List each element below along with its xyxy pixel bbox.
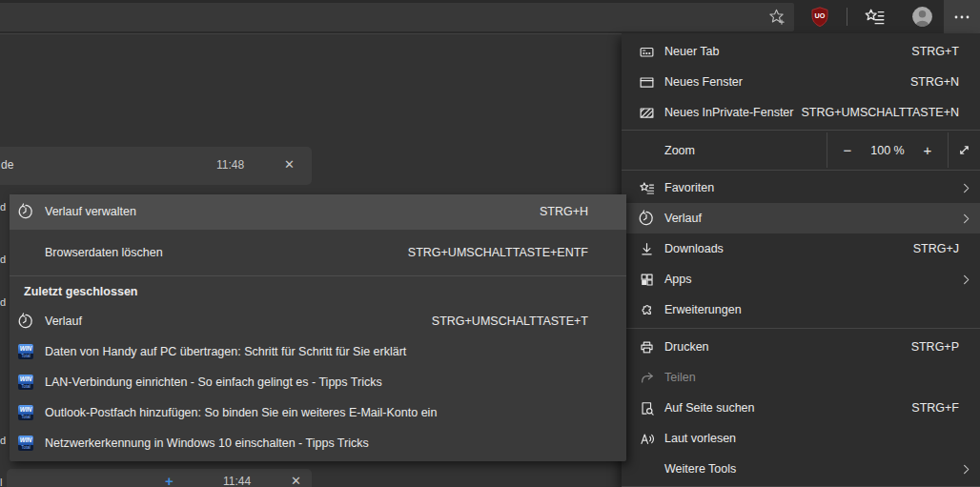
truncated-title-fragment: de	[1, 158, 13, 172]
clipped-text-fragment: d	[0, 435, 8, 446]
ellipsis-icon	[953, 14, 970, 20]
clear-data-icon-spacer	[16, 244, 35, 261]
menu-item-share: Teilen	[622, 362, 980, 393]
address-bar[interactable]	[0, 3, 794, 31]
clipped-text-fragment: l	[0, 477, 8, 487]
clipped-text-fragment: d	[0, 254, 8, 265]
close-icon[interactable]: ✕	[284, 157, 295, 172]
menu-divider	[622, 170, 980, 171]
menu-item-shortcut: STRG+J	[913, 242, 970, 255]
closed-item-title: Outlook-Postfach hinzufügen: So binden S…	[45, 406, 588, 419]
new-window-icon	[637, 73, 656, 91]
menu-item-downloads[interactable]: Downloads STRG+J	[622, 233, 980, 264]
wintotal-favicon: WINTotal	[16, 404, 35, 421]
menu-item-label: Neues InPrivate-Fenster	[664, 106, 801, 119]
clipped-text-fragment: d	[0, 296, 8, 308]
submenu-item-label: Browserdaten löschen	[45, 246, 408, 259]
menu-item-label: Neuer Tab	[664, 45, 911, 58]
recently-closed-item[interactable]: WINTotal Netzwerkerkennung in Windows 10…	[10, 428, 626, 458]
star-list-icon	[864, 6, 886, 28]
menu-item-print[interactable]: Drucken STRG+P	[622, 332, 980, 362]
toolbar-divider	[847, 8, 847, 26]
menu-item-new-inprivate-window[interactable]: Neues InPrivate-Fenster STRG+UMSCHALTTAS…	[622, 97, 980, 128]
menu-item-favorites[interactable]: Favoriten	[622, 172, 980, 203]
menu-item-label: Laut vorlesen	[664, 432, 970, 445]
add-favorite-button[interactable]	[763, 0, 789, 33]
menu-item-label: Auf Seite suchen	[664, 401, 911, 415]
entry-favicon: +	[165, 473, 174, 487]
submenu-item-shortcut: STRG+H	[540, 205, 588, 218]
star-list-icon	[637, 179, 656, 196]
menu-item-extensions[interactable]: Erweiterungen	[622, 294, 980, 325]
menu-item-history[interactable]: Verlauf	[622, 203, 980, 233]
closed-item-title: Daten von Handy auf PC übertragen: Schri…	[45, 345, 588, 358]
menu-item-more-tools[interactable]: Weitere Tools	[622, 454, 980, 484]
settings-and-more-button[interactable]	[944, 0, 980, 33]
zoom-out-button[interactable]: −	[827, 132, 868, 168]
new-tab-icon	[637, 43, 656, 60]
chevron-right-icon	[958, 181, 973, 195]
history-submenu: Verlauf verwalten STRG+H Browserdaten lö…	[10, 194, 626, 461]
zoom-icon-spacer	[637, 142, 656, 159]
menu-item-label: Erweiterungen	[664, 303, 970, 316]
favorites-hub-button[interactable]	[861, 0, 888, 33]
find-on-page-icon	[637, 399, 656, 416]
fullscreen-button[interactable]	[949, 132, 980, 168]
chevron-right-icon	[958, 212, 973, 226]
history-icon	[637, 210, 656, 227]
zoom-in-button[interactable]: +	[908, 132, 948, 168]
clipped-text-fragment: d	[0, 201, 8, 213]
menu-item-label: Neues Fenster	[664, 75, 910, 89]
menu-item-shortcut: STRG+P	[911, 340, 970, 354]
history-entry-background-top[interactable]: de 11:48 ✕	[0, 147, 312, 185]
svg-text:UO: UO	[815, 11, 826, 20]
apps-grid-icon	[637, 271, 656, 288]
menu-divider	[622, 130, 980, 131]
printer-icon	[637, 338, 656, 355]
submenu-item-label: Verlauf verwalten	[45, 205, 540, 218]
menu-item-find-on-page[interactable]: Auf Seite suchen STRG+F	[622, 393, 980, 423]
menu-item-new-window[interactable]: Neues Fenster STRG+N	[622, 67, 980, 97]
menu-item-shortcut: STRG+F	[911, 401, 970, 415]
chevron-right-icon	[958, 462, 973, 477]
menu-item-label: Drucken	[664, 340, 911, 354]
submenu-item-shortcut: STRG+UMSCHALTTASTE+ENTF	[408, 246, 588, 259]
read-aloud-icon	[637, 430, 656, 447]
menu-item-label: Weitere Tools	[664, 462, 958, 476]
more-tools-icon-spacer	[637, 460, 656, 477]
submenu-item-history-reopen[interactable]: Verlauf STRG+UMSCHALTTASTE+T	[10, 306, 626, 336]
menu-item-label: Downloads	[664, 242, 913, 255]
menu-item-read-aloud[interactable]: Laut vorlesen	[622, 423, 980, 454]
entry-time: 11:44	[223, 475, 251, 487]
menu-item-apps[interactable]: Apps	[622, 264, 980, 294]
menu-item-shortcut: STRG+UMSCHALTTASTE+N	[801, 106, 970, 119]
entry-time: 11:48	[216, 158, 244, 172]
browser-toolbar: UO	[0, 0, 980, 33]
recently-closed-item[interactable]: WINTotal LAN-Verbindung einrichten - So …	[10, 367, 626, 397]
recently-closed-item[interactable]: WINTotal Outlook-Postfach hinzufügen: So…	[10, 397, 626, 428]
submenu-item-manage-history[interactable]: Verlauf verwalten STRG+H	[10, 194, 626, 229]
adblock-extension-button[interactable]: UO	[807, 0, 832, 33]
closed-item-title: LAN-Verbindung einrichten - So einfach g…	[45, 375, 588, 389]
history-icon	[16, 313, 35, 330]
menu-item-label: Favoriten	[664, 181, 958, 194]
close-icon[interactable]: ✕	[291, 474, 301, 487]
history-entry-background-bottom[interactable]: + 11:44 ✕	[7, 469, 312, 487]
recently-closed-item[interactable]: WINTotal Daten von Handy auf PC übertrag…	[10, 336, 626, 367]
menu-item-shortcut: STRG+T	[911, 45, 970, 58]
menu-item-label: Verlauf	[664, 212, 958, 225]
shield-icon: UO	[809, 6, 830, 28]
history-icon	[16, 203, 35, 220]
menu-item-new-tab[interactable]: Neuer Tab STRG+T	[622, 36, 980, 67]
share-icon	[637, 369, 656, 386]
submenu-item-clear-browsing-data[interactable]: Browserdaten löschen STRG+UMSCHALTTASTE+…	[10, 230, 626, 275]
puzzle-piece-icon	[637, 301, 656, 318]
download-icon	[637, 240, 656, 257]
zoom-controls: − 100 % +	[827, 132, 980, 168]
wintotal-favicon: WINTotal	[16, 435, 35, 452]
profile-button[interactable]	[909, 0, 935, 33]
chevron-right-icon	[958, 273, 973, 287]
menu-item-label: Apps	[664, 273, 958, 286]
toolbar-bottom-border	[0, 33, 622, 34]
star-plus-icon	[766, 7, 786, 27]
